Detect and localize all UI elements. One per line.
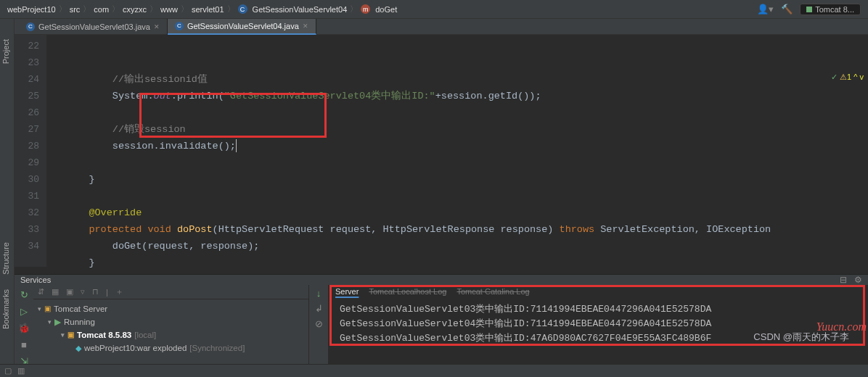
- expand-all-icon[interactable]: ⇵: [38, 287, 44, 297]
- tool-window-quick-access-icon[interactable]: ▢: [4, 366, 12, 376]
- tomcat-node[interactable]: ▾ ▣ Tomcat 8.5.83 [local]: [38, 328, 304, 341]
- bc-src[interactable]: src: [70, 5, 81, 14]
- tab-label: GetSessionValueServlet04.java: [187, 22, 299, 30]
- code-area[interactable]: //输出sessionid值 System.out.println("GetSe…: [46, 35, 868, 267]
- tomcat-status-icon: [806, 7, 812, 12]
- console-actions: ↓ ↲ ⊘: [309, 285, 328, 367]
- editor-tabs: C GetSessionValueServlet03.java ✕ C GetS…: [0, 19, 868, 35]
- gear-icon[interactable]: ⚙: [854, 275, 862, 285]
- add-icon[interactable]: ＋: [115, 286, 123, 297]
- stop-button[interactable]: ■: [21, 339, 27, 350]
- file-tab-servlet04[interactable]: C GetSessionValueServlet04.java ✕: [168, 19, 316, 35]
- run-config-selector[interactable]: Tomcat 8...: [800, 4, 861, 15]
- java-class-icon: C: [175, 22, 184, 30]
- highlight-box-code: [139, 93, 327, 138]
- services-tree[interactable]: ▾ ▣ Tomcat Server ▾ ▶ Running ▾ ▣ Tomcat…: [33, 299, 308, 357]
- artifact-node[interactable]: ◆ webProject10:war exploded [Synchronize…: [38, 341, 304, 355]
- debug-button[interactable]: 🐞: [18, 323, 30, 334]
- file-tab-servlet03[interactable]: C GetSessionValueServlet03.java ✕: [19, 19, 168, 35]
- text-caret: [236, 139, 237, 152]
- services-actions: ↻ ▷ 🐞 ■ ⇲: [15, 285, 33, 367]
- filter-icon[interactable]: ▦: [52, 287, 59, 297]
- bookmarks-tool-tab[interactable]: Bookmarks: [0, 283, 12, 335]
- bc-project[interactable]: webProject10: [7, 5, 56, 14]
- bc-class[interactable]: GetSessionValueServlet04: [253, 5, 348, 14]
- method-icon: m: [361, 4, 370, 14]
- close-icon[interactable]: ✕: [154, 23, 160, 30]
- project-tool-tab[interactable]: Project: [0, 33, 12, 70]
- bc-method[interactable]: doGet: [375, 5, 397, 14]
- class-icon: C: [238, 4, 247, 14]
- build-icon[interactable]: 🔨: [781, 4, 793, 14]
- bc-www[interactable]: www: [160, 5, 178, 14]
- structure-tool-tab[interactable]: Structure: [0, 236, 12, 281]
- editor[interactable]: 22 23 24 25 26 27 28 29 30 31 32 33 34 /…: [15, 35, 868, 267]
- rerun-button[interactable]: ↻: [20, 289, 28, 300]
- gutter: 22 23 24 25 26 27 28 29 30 31 32 33 34: [15, 35, 46, 267]
- scroll-down-icon[interactable]: ↓: [316, 288, 322, 299]
- sort-icon[interactable]: ▿: [81, 287, 85, 297]
- services-tool-window: Services ⊟ ⚙ ↻ ▷ 🐞 ■ ⇲ ⇵ ▦ ▣ ▿ ⊓ | ＋ ▾ ▣: [15, 274, 868, 364]
- clear-icon[interactable]: ⊘: [315, 318, 323, 329]
- soft-wrap-icon[interactable]: ↲: [315, 303, 323, 314]
- bc-com[interactable]: com: [94, 5, 109, 14]
- bc-servlet01[interactable]: servlet01: [192, 5, 224, 14]
- watermark-csdn: CSDN @雨天的木子李: [753, 331, 849, 344]
- java-class-icon: C: [26, 22, 35, 31]
- breadcrumb[interactable]: webProject10〉 src〉 com〉 cxyzxc〉 www〉 ser…: [7, 4, 397, 14]
- run-config-label: Tomcat 8...: [815, 5, 854, 14]
- user-icon[interactable]: 👤▾: [757, 4, 774, 14]
- services-toolbar: ⇵ ▦ ▣ ▿ ⊓ | ＋: [33, 285, 308, 299]
- toolbar-right: 👤▾ 🔨 Tomcat 8...: [757, 4, 861, 15]
- tab-label: GetSessionValueServlet03.java: [38, 22, 150, 31]
- left-tool-stripe: Project Structure Bookmarks: [0, 19, 15, 377]
- close-icon[interactable]: ✕: [303, 22, 308, 30]
- tree-icon[interactable]: ⊓: [92, 287, 99, 297]
- navigation-bar: webProject10〉 src〉 com〉 cxyzxc〉 www〉 ser…: [0, 0, 868, 19]
- group-icon[interactable]: ▣: [66, 287, 73, 297]
- inspection-widget[interactable]: ✓ ⚠1 ^ v: [831, 72, 864, 82]
- hide-icon[interactable]: ⊟: [840, 275, 847, 285]
- sidebar-toggle-icon[interactable]: ▥: [17, 366, 25, 376]
- run-button[interactable]: ▷: [20, 306, 28, 317]
- bc-cxyzxc[interactable]: cxyzxc: [123, 5, 147, 14]
- status-bar: ▢ ▥: [0, 364, 868, 377]
- services-title: Services: [20, 276, 51, 284]
